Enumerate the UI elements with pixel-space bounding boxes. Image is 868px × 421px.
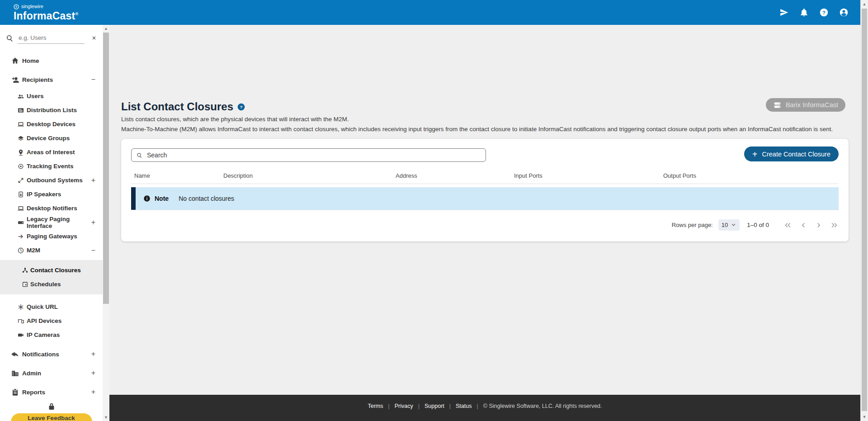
- app-logo[interactable]: singlewire InformaCast®: [14, 4, 78, 21]
- header-actions: ?: [779, 8, 849, 17]
- send-button[interactable]: [779, 8, 789, 17]
- sidebar-search-input[interactable]: [18, 32, 85, 44]
- minus-icon[interactable]: −: [91, 246, 95, 255]
- sidebar-item-label: Recipients: [22, 76, 53, 83]
- desktop-devices-icon: [17, 121, 27, 128]
- sidebar-item-label: Areas of Interest: [27, 149, 75, 156]
- sidebar-item-schedules[interactable]: Schedules: [0, 277, 103, 291]
- notifications-icon: [11, 350, 22, 359]
- scroll-down-icon[interactable]: ▼: [103, 414, 109, 421]
- send-icon: [779, 8, 789, 17]
- sidebar-scrollbar-thumb[interactable]: [103, 33, 109, 304]
- scroll-down-icon[interactable]: ▼: [861, 413, 868, 421]
- footer-link-support[interactable]: Support: [425, 403, 444, 409]
- admin-icon: [11, 369, 22, 378]
- sidebar-item-m2m[interactable]: M2M−: [0, 243, 103, 257]
- sidebar-item-distribution-lists[interactable]: Distribution Lists: [0, 103, 103, 117]
- column-header-name: Name: [134, 172, 223, 179]
- sidebar-item-ip-cameras[interactable]: IP Cameras: [0, 328, 103, 342]
- schedules-icon: [22, 281, 30, 288]
- m2m-subgroup: Contact ClosuresSchedules: [0, 260, 103, 294]
- sidebar-item-label: Tracking Events: [27, 163, 74, 170]
- sidebar-item-notifications[interactable]: Notifications+: [0, 345, 103, 364]
- plus-icon[interactable]: +: [91, 350, 95, 358]
- sidebar-item-label: Quick URL: [27, 303, 58, 310]
- first-page-button[interactable]: [783, 221, 793, 230]
- distribution-lists-icon: [17, 107, 27, 114]
- contact-closures-card: + Create Contact Closure NameDescription…: [121, 139, 849, 241]
- plus-icon[interactable]: +: [91, 218, 95, 227]
- sidebar-item-quick-url[interactable]: Quick URL: [0, 300, 103, 314]
- sidebar-item-reports[interactable]: Reports+: [0, 383, 103, 402]
- footer-link-privacy[interactable]: Privacy: [395, 403, 413, 409]
- sidebar-item-label: Home: [22, 57, 39, 64]
- sidebar-item-desktop-notifiers[interactable]: Desktop Notifiers: [0, 201, 103, 215]
- sidebar-item-outbound-systems[interactable]: Outbound Systems+: [0, 173, 103, 187]
- previous-page-button[interactable]: [799, 221, 808, 230]
- lock-icon: [0, 402, 103, 412]
- sidebar-item-label: IP Cameras: [27, 331, 60, 338]
- minus-icon[interactable]: −: [91, 76, 95, 84]
- page-scrollbar-thumb[interactable]: [862, 9, 867, 411]
- last-page-button[interactable]: [830, 221, 839, 230]
- table-search-input[interactable]: [146, 151, 481, 159]
- title-help-icon[interactable]: ?: [237, 103, 245, 111]
- sidebar-item-device-groups[interactable]: Device Groups: [0, 131, 103, 145]
- sidebar-item-label: API Devices: [27, 317, 61, 324]
- sidebar-item-recipients[interactable]: Recipients−: [0, 70, 103, 89]
- paging-gateways-icon: [17, 233, 27, 240]
- footer-separator: |: [388, 403, 390, 409]
- leave-feedback-button[interactable]: Leave Feedback: [11, 413, 92, 421]
- footer: Terms|Privacy|Support|Status|© Singlewir…: [109, 395, 860, 421]
- sidebar-item-ip-speakers[interactable]: IP Speakers: [0, 187, 103, 201]
- notifications-button[interactable]: [799, 8, 809, 17]
- footer-link-terms[interactable]: Terms: [368, 403, 383, 409]
- page-description-1: Lists contact closures, which are the ph…: [121, 115, 849, 124]
- person-add-icon: [11, 76, 22, 84]
- help-button[interactable]: ?: [819, 8, 829, 17]
- create-contact-closure-button[interactable]: + Create Contact Closure: [744, 147, 839, 161]
- clear-search-icon[interactable]: [91, 35, 97, 41]
- sidebar-item-contact-closures[interactable]: Contact Closures: [0, 263, 103, 277]
- chevron-left-icon: [799, 221, 808, 230]
- ip-cameras-icon: [17, 331, 27, 339]
- info-icon: [143, 195, 151, 202]
- sidebar-item-users[interactable]: Users: [0, 89, 103, 103]
- plus-icon[interactable]: +: [91, 176, 95, 184]
- sidebar-item-areas-of-interest[interactable]: Areas of Interest: [0, 145, 103, 159]
- home-icon: [11, 57, 22, 65]
- sidebar-item-desktop-devices[interactable]: Desktop Devices: [0, 117, 103, 131]
- sidebar-item-paging-gateways[interactable]: Paging Gateways: [0, 229, 103, 243]
- next-page-button[interactable]: [814, 221, 823, 230]
- sidebar-item-api-devices[interactable]: API Devices: [0, 314, 103, 328]
- barix-informacast-button[interactable]: Barix InformaCast: [766, 98, 845, 112]
- brand-large: InformaCast®: [14, 11, 78, 21]
- sidebar-item-label: IP Speakers: [27, 191, 61, 198]
- sidebar-item-home[interactable]: Home: [0, 51, 103, 70]
- sidebar-item-label: Paging Gateways: [27, 233, 77, 240]
- sidebar-item-admin[interactable]: Admin+: [0, 364, 103, 383]
- pagination: Rows per page: 10 1–0 of 0: [131, 219, 839, 231]
- users-icon: [17, 93, 27, 100]
- scroll-up-icon[interactable]: ▲: [103, 25, 109, 32]
- footer-link-status[interactable]: Status: [456, 403, 472, 409]
- sidebar-bottom: Leave Feedback: [0, 402, 103, 421]
- plus-icon[interactable]: +: [91, 369, 95, 377]
- m2m-icon: [17, 247, 27, 254]
- account-button[interactable]: [839, 8, 849, 17]
- sidebar-item-legacy-paging-interface[interactable]: Legacy Paging Interface+: [0, 215, 103, 229]
- rows-per-page-select[interactable]: 10: [718, 219, 740, 231]
- sidebar-scrollbar[interactable]: ▲ ▼: [103, 25, 109, 421]
- double-chevron-right-icon: [830, 221, 839, 230]
- table-search-box: [131, 148, 486, 162]
- sidebar-item-tracking-events[interactable]: Tracking Events: [0, 159, 103, 173]
- page-scrollbar[interactable]: ▲ ▼: [860, 0, 868, 421]
- sidebar-search: [0, 25, 103, 51]
- note-accent-bar: [131, 187, 136, 210]
- account-icon: [839, 8, 849, 17]
- outbound-systems-icon: [17, 177, 27, 184]
- plus-icon[interactable]: +: [91, 388, 95, 396]
- sidebar-item-label: Desktop Devices: [27, 121, 75, 128]
- column-header-description: Description: [223, 172, 396, 179]
- scroll-up-icon[interactable]: ▲: [861, 0, 868, 8]
